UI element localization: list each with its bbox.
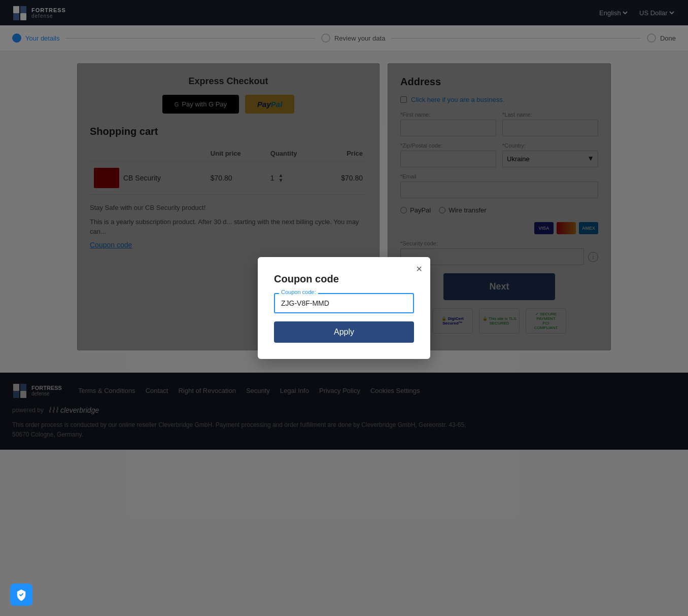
apply-coupon-button[interactable]: Apply xyxy=(274,321,414,343)
modal-title: Coupon code xyxy=(274,273,414,285)
coupon-input[interactable] xyxy=(274,293,414,313)
coupon-input-label: Coupon code: xyxy=(279,289,318,295)
coupon-modal: × Coupon code Coupon code: Apply xyxy=(258,257,430,359)
modal-close-button[interactable]: × xyxy=(416,263,422,275)
modal-overlay[interactable]: × Coupon code Coupon code: Apply xyxy=(0,0,688,450)
coupon-input-group: Coupon code: xyxy=(274,293,414,313)
